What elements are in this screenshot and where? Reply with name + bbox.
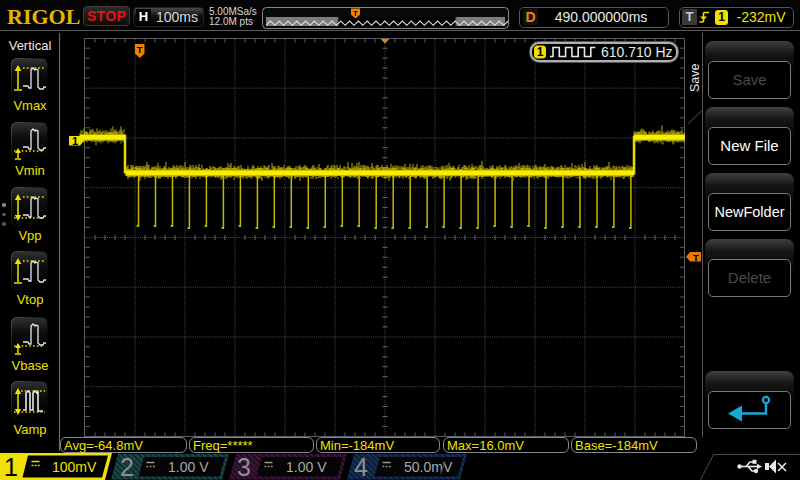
svg-text:2: 2 (120, 453, 134, 480)
svg-text:3: 3 (237, 453, 251, 480)
svg-text:50.0mV: 50.0mV (404, 459, 453, 475)
svg-text:4: 4 (354, 453, 368, 480)
svg-text:1: 1 (537, 45, 544, 59)
svg-text:1: 1 (4, 453, 18, 480)
svg-text:610.710 Hz: 610.710 Hz (601, 44, 673, 60)
svg-text:T: T (693, 252, 699, 263)
svg-text:1.00 V: 1.00 V (168, 459, 209, 475)
svg-text:100mV: 100mV (52, 459, 97, 475)
svg-text:1: 1 (72, 135, 78, 147)
svg-text:1.00 V: 1.00 V (286, 459, 327, 475)
svg-text:T: T (137, 44, 143, 55)
